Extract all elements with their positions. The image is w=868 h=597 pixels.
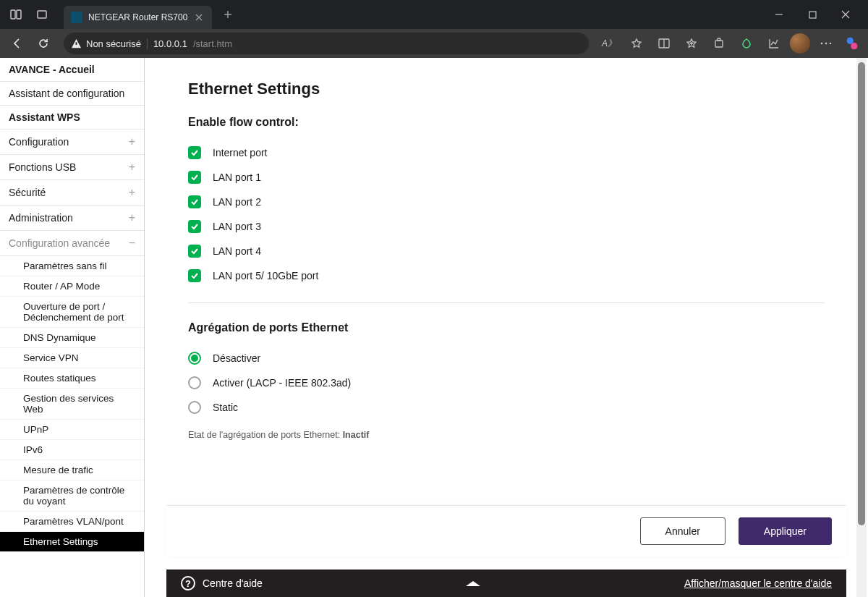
browser-tab[interactable]: NETGEAR Router RS700 <box>64 6 212 29</box>
svg-rect-5 <box>715 41 723 47</box>
help-icon: ? <box>181 576 195 590</box>
radio-icon <box>188 401 201 414</box>
checkbox-lan1[interactable]: LAN port 1 <box>188 165 825 190</box>
workspaces-icon[interactable] <box>6 4 26 25</box>
help-center-bar: ? Centre d'aide Afficher/masquer le cent… <box>166 570 846 597</box>
section-divider <box>188 302 825 303</box>
url-bar[interactable]: Non sécurisé 10.0.0.1/start.htm <box>64 33 589 54</box>
minus-icon: − <box>129 237 135 250</box>
checkbox-lan2[interactable]: LAN port 2 <box>188 190 825 214</box>
split-screen-icon[interactable] <box>652 32 676 55</box>
sidebar-sub-router-ap[interactable]: Router / AP Mode <box>0 276 144 297</box>
sidebar-item-home[interactable]: AVANCE - Accueil <box>0 58 144 82</box>
radio-disable[interactable]: Désactiver <box>188 346 825 371</box>
svg-rect-0 <box>11 10 15 19</box>
url-host: 10.0.0.1 <box>153 38 187 49</box>
maximize-button[interactable] <box>796 0 829 29</box>
new-tab-button[interactable] <box>218 4 238 25</box>
performance-icon[interactable] <box>762 32 786 55</box>
sidebar-item-security[interactable]: Sécurité+ <box>0 180 144 206</box>
plus-icon: + <box>129 186 135 199</box>
svg-point-8 <box>825 43 827 45</box>
refresh-button[interactable] <box>32 32 55 55</box>
sidebar-item-configuration[interactable]: Configuration+ <box>0 130 144 155</box>
sidebar-sub-ddns[interactable]: DNS Dynamique <box>0 328 144 348</box>
checkbox-icon <box>188 269 201 282</box>
sidebar-sub-wireless[interactable]: Paramètres sans fil <box>0 256 144 276</box>
page-title: Ethernet Settings <box>188 80 825 98</box>
plus-icon: + <box>129 211 135 224</box>
sidebar-item-setup-wizard[interactable]: Assistant de configuration <box>0 82 144 106</box>
sidebar-sub-vpn[interactable]: Service VPN <box>0 348 144 368</box>
svg-point-9 <box>830 43 832 45</box>
sidebar-sub-static-routes[interactable]: Routes statiques <box>0 368 144 389</box>
svg-rect-3 <box>809 12 816 18</box>
flow-control-heading: Enable flow control: <box>188 116 825 129</box>
sidebar-item-administration[interactable]: Administration+ <box>0 206 144 231</box>
action-bar: Annuler Appliquer <box>166 505 846 556</box>
copilot-icon[interactable] <box>842 33 862 54</box>
cancel-button[interactable]: Annuler <box>640 517 726 545</box>
browser-toolbar: Non sécurisé 10.0.0.1/start.htm A》 <box>0 29 868 58</box>
tab-favicon <box>71 12 82 23</box>
more-menu-icon[interactable] <box>814 32 838 55</box>
close-window-button[interactable] <box>829 0 862 29</box>
checkbox-icon <box>188 195 201 208</box>
tab-close-button[interactable] <box>193 12 205 23</box>
checkbox-icon <box>188 220 201 233</box>
sidebar-sub-web-services[interactable]: Gestion des services Web <box>0 389 144 420</box>
sidebar-sub-ethernet-settings[interactable]: Ethernet Settings <box>0 532 144 552</box>
not-secure-icon <box>71 38 82 49</box>
plus-icon: + <box>129 161 135 174</box>
read-aloud-icon[interactable]: A》 <box>597 32 621 55</box>
aggregation-heading: Agrégation de ports Ethernet <box>188 321 825 334</box>
minimize-button[interactable] <box>762 0 796 29</box>
checkbox-icon <box>188 245 201 258</box>
sidebar-item-usb[interactable]: Fonctions USB+ <box>0 155 144 180</box>
radio-icon <box>188 376 201 389</box>
checkbox-icon <box>188 146 201 159</box>
sidebar-sub-port-forward[interactable]: Ouverture de port / Déclenchement de por… <box>0 297 144 328</box>
profile-avatar[interactable] <box>790 33 810 54</box>
sidebar-sub-traffic-meter[interactable]: Mesure de trafic <box>0 460 144 480</box>
content-scrollbar-thumb[interactable] <box>858 62 865 525</box>
sidebar-item-advanced-config[interactable]: Configuration avancée− <box>0 231 144 256</box>
collections-icon[interactable] <box>680 32 703 55</box>
help-expand-caret[interactable] <box>263 581 684 586</box>
security-label: Non sécurisé <box>86 38 141 49</box>
sidebar-nav: AVANCE - Accueil Assistant de configurat… <box>0 58 145 597</box>
svg-rect-2 <box>38 11 46 18</box>
plus-icon: + <box>129 135 135 148</box>
checkbox-internet-port[interactable]: Internet port <box>188 140 825 165</box>
tab-title: NETGEAR Router RS700 <box>88 12 187 22</box>
tab-overview-icon[interactable] <box>32 4 52 25</box>
svg-point-7 <box>821 43 823 45</box>
checkbox-icon <box>188 171 201 184</box>
checkbox-lan4[interactable]: LAN port 4 <box>188 239 825 263</box>
browser-essentials-icon[interactable] <box>735 32 758 55</box>
radio-icon <box>188 352 201 365</box>
svg-rect-6 <box>718 38 720 41</box>
url-path: /start.htm <box>193 38 232 49</box>
sidebar-sub-vlan[interactable]: Paramètres VLAN/pont <box>0 512 144 532</box>
favorite-icon[interactable] <box>625 32 648 55</box>
main-content: Ethernet Settings Enable flow control: I… <box>145 58 868 597</box>
sidebar-sub-led-control[interactable]: Paramètres de contrôle du voyant <box>0 480 144 512</box>
radio-lacp[interactable]: Activer (LACP - IEEE 802.3ad) <box>188 371 825 395</box>
aggregation-status: Etat de l'agrégation de ports Ethernet: … <box>188 430 825 440</box>
checkbox-lan3[interactable]: LAN port 3 <box>188 214 825 239</box>
back-button[interactable] <box>6 32 29 55</box>
window-titlebar: NETGEAR Router RS700 <box>0 0 868 29</box>
sidebar-item-wps-wizard[interactable]: Assistant WPS <box>0 106 144 130</box>
svg-rect-1 <box>17 10 21 19</box>
help-center-title: Centre d'aide <box>203 577 263 589</box>
help-toggle-link[interactable]: Afficher/masquer le centre d'aide <box>684 577 832 589</box>
radio-static[interactable]: Static <box>188 395 825 420</box>
apply-button[interactable]: Appliquer <box>739 517 832 545</box>
checkbox-lan5-10gbe[interactable]: LAN port 5/ 10GbE port <box>188 263 825 288</box>
sidebar-sub-upnp[interactable]: UPnP <box>0 420 144 440</box>
extensions-icon[interactable] <box>707 32 731 55</box>
sidebar-sub-ipv6[interactable]: IPv6 <box>0 440 144 460</box>
